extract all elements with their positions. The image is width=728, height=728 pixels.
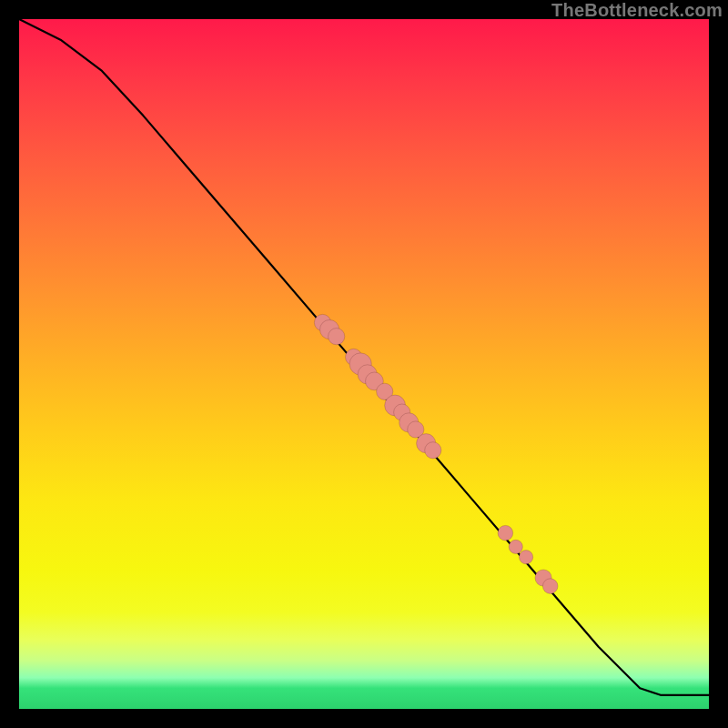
data-point-p16 xyxy=(509,540,522,553)
data-point-p19 xyxy=(542,579,558,594)
data-point-p3 xyxy=(329,329,345,345)
data-point-p14 xyxy=(425,442,441,459)
data-points-group xyxy=(314,314,558,593)
chart-svg xyxy=(19,19,709,709)
data-point-p17 xyxy=(520,551,533,564)
watermark-text: TheBottleneck.com xyxy=(551,0,723,21)
plot-area xyxy=(19,19,709,709)
data-point-p15 xyxy=(498,525,513,541)
chart-stage: TheBottleneck.com xyxy=(0,0,728,728)
